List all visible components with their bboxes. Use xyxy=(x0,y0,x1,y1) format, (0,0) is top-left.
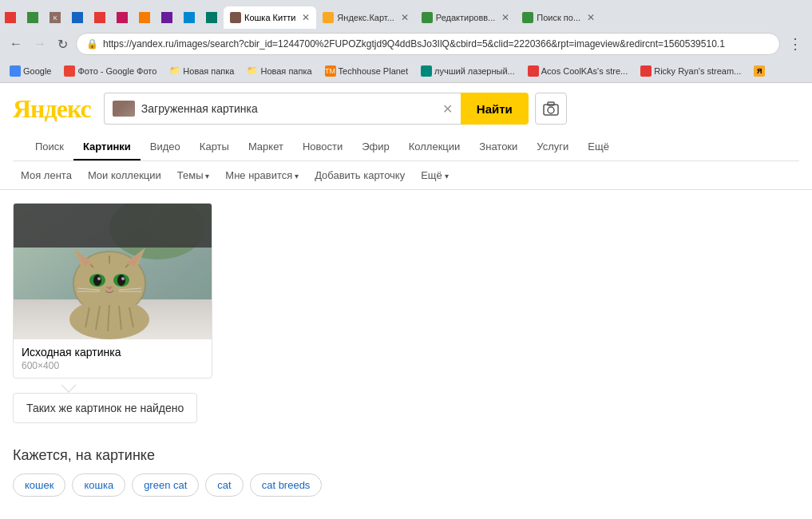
bookmark-favicon-yandex: Я xyxy=(754,65,765,77)
extensions-button[interactable]: ⋮ xyxy=(785,34,806,54)
tab-search[interactable]: Поиск по... ✕ xyxy=(516,6,601,29)
tab-efir[interactable]: Эфир xyxy=(352,134,399,160)
pointer-triangle-inner xyxy=(61,384,76,391)
bookmark-google[interactable]: Google xyxy=(6,64,54,78)
tag-cat[interactable]: cat xyxy=(205,473,243,497)
tab-znatoki[interactable]: Знатоки xyxy=(469,134,527,160)
cat-image-svg xyxy=(14,204,212,339)
bookmarks-bar: Google Фото - Google Фото 📁 Новая папка … xyxy=(0,59,812,83)
tag-koshka[interactable]: кошка xyxy=(72,473,125,497)
bookmark-folder1[interactable]: 📁 Новая папка xyxy=(166,64,237,77)
bookmark-folder2[interactable]: 📁 Новая папка xyxy=(244,64,315,77)
tab-favicon-2 xyxy=(27,12,38,23)
tab-uslugi[interactable]: Услуги xyxy=(527,134,578,160)
search-clear-button[interactable]: ✕ xyxy=(442,101,453,117)
search-button[interactable]: Найти xyxy=(461,93,529,125)
sub-nav-moi-kollektsii[interactable]: Мои коллекции xyxy=(80,166,169,184)
bookmark-label-photos: Фото - Google Фото xyxy=(77,66,156,76)
sub-nav-esche[interactable]: Ещё xyxy=(413,166,456,184)
tab-esche[interactable]: Ещё xyxy=(578,134,619,160)
yandex-logo[interactable]: Яндекс xyxy=(13,94,91,124)
lock-icon: 🔒 xyxy=(86,38,98,50)
bookmark-label-acos: Acos CoolKAs's stre... xyxy=(541,66,628,76)
tab-bar: К Кошка Китти ✕ Яндекс.К xyxy=(0,0,812,29)
tab-pinned-3[interactable]: К xyxy=(45,6,67,29)
tab-pinned-6[interactable] xyxy=(112,6,134,29)
bookmark-label-ricky: Ricky Ryan's stream... xyxy=(654,66,741,76)
tab-novosti[interactable]: Новости xyxy=(293,134,352,160)
bookmark-favicon-acos xyxy=(528,65,539,77)
bookmark-icon-folder2: 📁 xyxy=(247,65,258,76)
tab-favicon-search xyxy=(522,12,533,23)
tab-pinned-10[interactable] xyxy=(201,6,224,29)
tab-pinned-5[interactable] xyxy=(89,6,112,29)
bookmark-favicon-ricky xyxy=(640,65,652,77)
bookmark-yandex[interactable]: Я xyxy=(751,64,768,78)
sub-nav-dobavit[interactable]: Добавить карточку xyxy=(307,166,413,184)
tab-yandex-map[interactable]: Яндекс.Карт... ✕ xyxy=(316,6,414,29)
svg-rect-2 xyxy=(548,102,554,105)
sub-nav-moya-lenta[interactable]: Моя лента xyxy=(13,166,80,184)
back-button[interactable]: ← xyxy=(6,35,26,53)
tag-cat-breeds[interactable]: cat breeds xyxy=(250,473,323,497)
bookmark-label-folder2: Новая папка xyxy=(260,66,311,76)
yandex-logo-text: Яндекс xyxy=(13,94,91,123)
tab-market[interactable]: Маркет xyxy=(239,134,293,160)
bookmark-label-folder1: Новая папка xyxy=(183,66,234,76)
camera-button[interactable] xyxy=(535,93,567,125)
tab-favicon-4 xyxy=(72,12,83,23)
forward-button[interactable]: → xyxy=(30,35,50,53)
tab-video[interactable]: Видео xyxy=(141,134,190,160)
bookmark-ricky[interactable]: Ricky Ryan's stream... xyxy=(637,64,744,78)
svg-point-1 xyxy=(548,107,554,113)
pointer-triangle xyxy=(61,385,77,393)
tab-poisk[interactable]: Поиск xyxy=(26,134,73,160)
tab-close-map[interactable]: ✕ xyxy=(401,12,409,23)
bookmark-favicon-photos xyxy=(64,65,75,77)
search-input-text: Загруженная картинка xyxy=(141,102,436,115)
image-title: Исходная картинка xyxy=(22,346,204,359)
bookmark-laser[interactable]: лучший лазерный... xyxy=(418,64,518,78)
tab-koshka-kitti[interactable]: Кошка Китти ✕ xyxy=(224,6,316,29)
tab-kartinki[interactable]: Картинки xyxy=(73,134,141,160)
tab-label-active: Кошка Китти xyxy=(244,13,295,22)
tab-kollektsii[interactable]: Коллекции xyxy=(399,134,470,160)
tab-pinned-4[interactable] xyxy=(67,6,89,29)
bookmark-photos[interactable]: Фото - Google Фото xyxy=(61,64,160,78)
tab-karty[interactable]: Карты xyxy=(190,134,239,160)
svg-rect-7 xyxy=(14,204,212,248)
address-bar-row: ← → ↻ 🔒 https://yandex.ru/images/search?… xyxy=(0,29,812,59)
tab-edit[interactable]: Редактировв... ✕ xyxy=(415,6,516,29)
yandex-logo-row: Яндекс Загруженная картинка ✕ Найти xyxy=(13,93,799,125)
search-image-preview xyxy=(113,101,135,117)
tag-koshek[interactable]: кошек xyxy=(13,473,65,497)
tab-favicon-10 xyxy=(206,12,217,23)
tab-pinned-1[interactable] xyxy=(0,6,22,29)
tab-favicon-map xyxy=(323,12,334,23)
not-found-box: Таких же картинок не найдено xyxy=(13,393,197,423)
search-input-wrap[interactable]: Загруженная картинка ✕ xyxy=(104,93,461,125)
svg-point-20 xyxy=(117,275,125,286)
bookmark-label-laser: лучший лазерный... xyxy=(434,66,515,76)
tab-pinned-9[interactable] xyxy=(179,6,201,29)
bookmark-favicon-techhouse: TM xyxy=(325,65,336,77)
sub-nav-temy[interactable]: Темы xyxy=(169,166,218,184)
tab-pinned-7[interactable] xyxy=(134,6,156,29)
pointer-wrap xyxy=(37,385,799,393)
tab-favicon-active xyxy=(230,12,241,23)
tag-green-cat[interactable]: green cat xyxy=(132,473,199,497)
sub-nav-mne-nravitsya[interactable]: Мне нравится xyxy=(217,166,307,184)
main-content: Исходная картинка 600×400 Таких же карти… xyxy=(0,190,812,509)
svg-point-22 xyxy=(121,277,125,280)
tab-pinned-2[interactable] xyxy=(22,6,45,29)
tab-close-edit[interactable]: ✕ xyxy=(501,12,509,23)
tag-list: кошек кошка green cat cat cat breeds xyxy=(13,473,799,497)
seems-like-title: Кажется, на картинке xyxy=(13,447,799,464)
bookmark-acos[interactable]: Acos CoolKAs's stre... xyxy=(525,64,631,78)
address-bar[interactable]: 🔒 https://yandex.ru/images/search?cbir_i… xyxy=(76,33,780,55)
tab-close-search[interactable]: ✕ xyxy=(587,12,595,23)
tab-close-active[interactable]: ✕ xyxy=(302,12,310,23)
tab-pinned-8[interactable] xyxy=(156,6,179,29)
reload-button[interactable]: ↻ xyxy=(54,35,71,53)
bookmark-techhouse[interactable]: TM Techhouse Planet xyxy=(322,64,411,78)
